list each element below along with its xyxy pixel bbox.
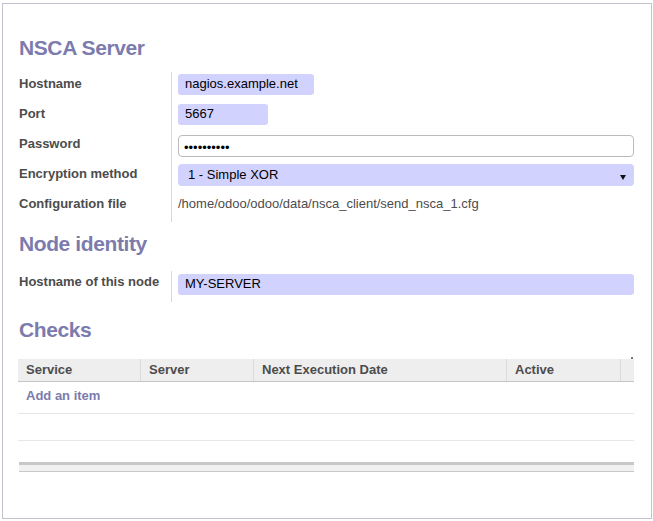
horizontal-scrollbar[interactable]	[19, 462, 634, 472]
configuration-file-label: Configuration file	[19, 193, 127, 214]
port-input[interactable]	[178, 104, 268, 125]
section-title-nsca-server: NSCA Server	[19, 37, 145, 58]
section-title-checks: Checks	[19, 319, 91, 340]
hostname-label: Hostname	[19, 73, 82, 94]
column-header-server[interactable]: Server	[140, 359, 253, 381]
configuration-file-value: /home/odoo/odoo/data/nsca_client/send_ns…	[178, 193, 479, 214]
group-separator-line	[171, 72, 172, 222]
encryption-method-label: Encryption method	[19, 163, 137, 184]
group-separator-line	[171, 271, 172, 302]
select-dropdown-arrow-icon	[620, 175, 626, 180]
section-title-node-identity: Node identity	[19, 233, 147, 254]
column-header-active[interactable]: Active	[506, 359, 620, 381]
encryption-method-selected-option: 1 - Simple XOR	[188, 167, 278, 182]
encryption-method-select[interactable]: 1 - Simple XOR	[178, 164, 634, 186]
port-label: Port	[19, 103, 45, 124]
hostname-input[interactable]	[178, 74, 314, 95]
password-label: Password	[19, 133, 80, 154]
table-resize-grip	[631, 357, 633, 359]
node-hostname-label: Hostname of this node	[19, 271, 159, 292]
form-sheet: NSCA Server Hostname Port Password •••••…	[2, 3, 652, 519]
table-row: Add an item	[18, 382, 634, 414]
checks-table-header: Service Server Next Execution Date Activ…	[18, 359, 634, 382]
column-header-next-execution-date[interactable]: Next Execution Date	[253, 359, 506, 381]
column-header-tools	[620, 359, 634, 381]
add-an-item-link[interactable]: Add an item	[26, 383, 100, 409]
column-header-service[interactable]: Service	[18, 359, 140, 381]
password-input[interactable]: ••••••••••	[178, 135, 634, 157]
table-row	[18, 414, 634, 441]
checks-table: Service Server Next Execution Date Activ…	[18, 359, 634, 441]
node-hostname-input[interactable]	[178, 274, 634, 295]
